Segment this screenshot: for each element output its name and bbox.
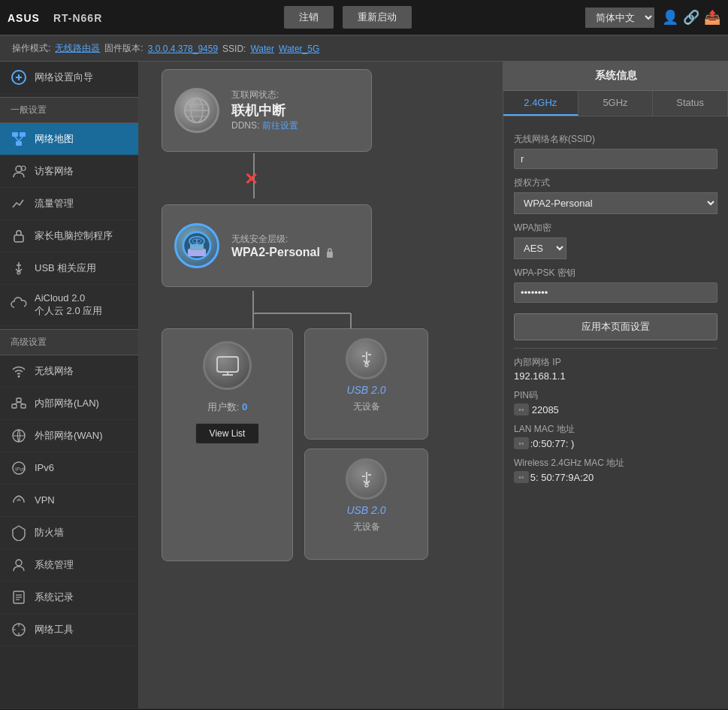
cancel-button[interactable]: 注销 (284, 6, 334, 29)
usb-panels: USB 2.0 无设备 USB 2.0 无设备 (304, 328, 428, 560)
apply-button[interactable]: 应用本页面设置 (514, 313, 717, 340)
sidebar-item-traffic[interactable]: 流量管理 (0, 188, 138, 220)
svg-rect-11 (12, 404, 17, 408)
x-mark: ✕ (244, 170, 258, 189)
ssid-input[interactable] (514, 149, 717, 169)
language-select[interactable]: 简体中文 (585, 8, 654, 28)
sidebar-item-usb[interactable]: USB 相关应用 (0, 252, 138, 285)
firmware-value[interactable]: 3.0.0.4.378_9459 (148, 44, 218, 54)
auth-select[interactable]: WPA2-Personal (514, 192, 717, 214)
sidebar: 网络设置向导 一般设置 网络地图 访客网络 流量管理 (0, 62, 139, 708)
sidebar-item-firewall[interactable]: 防火墙 (0, 517, 138, 549)
firewall-label: 防火墙 (35, 526, 64, 539)
usb2-panel: USB 2.0 无设备 (304, 449, 428, 560)
wpa-enc-row: AES (514, 237, 717, 259)
svg-point-45 (365, 484, 368, 487)
tree-svg (162, 291, 402, 328)
wifi-mac-row: Wireless 2.4GHz MAC 地址 •• 5: 50:77:9A:20 (514, 457, 717, 485)
wizard-icon (11, 69, 27, 86)
tab-24ghz[interactable]: 2.4GHz (503, 91, 578, 116)
traffic-icon (11, 195, 27, 212)
svg-rect-8 (14, 235, 23, 242)
internet-info: 互联网状态: 联机中断 DDNS: 前往设置 (231, 89, 298, 132)
logo: ASUS RT-N66R (8, 10, 102, 26)
guest-label: 访客网络 (35, 165, 74, 178)
sidebar-item-nettools[interactable]: 网络工具 (0, 614, 138, 646)
content-area: 互联网状态: 联机中断 DDNS: 前往设置 ✕ (139, 62, 503, 708)
aicloud-label: AiCloud 2.0个人云 2.0 应用 (35, 292, 102, 318)
sidebar-item-vpn[interactable]: VPN (0, 485, 138, 517)
wifi-mac-val: •• 5: 50:77:9A:20 (514, 470, 717, 485)
logo-asus: ASUS (8, 12, 40, 24)
lan-mac-key: LAN MAC 地址 (514, 423, 717, 436)
sidebar-item-parental[interactable]: 家长电脑控制程序 (0, 220, 138, 252)
usb1-label: USB 2.0 (346, 384, 385, 396)
ssid-field-label: 无线网络名称(SSID) (514, 133, 717, 146)
wpapsk-input[interactable] (514, 282, 717, 303)
tab-status[interactable]: Status (653, 91, 728, 116)
ipv6-icon: IPv6 (11, 460, 27, 476)
svg-rect-1 (12, 132, 18, 137)
lan-icon (11, 395, 27, 412)
sidebar-item-syslog[interactable]: 系统记录 (0, 582, 138, 614)
svg-line-5 (19, 137, 23, 141)
wpa-enc-label: WPA加密 (514, 222, 717, 234)
svg-rect-13 (21, 404, 26, 408)
ddns-value[interactable]: 前往设置 (262, 120, 298, 131)
sysinfo-content: 无线网络名称(SSID) 授权方式 WPA2-Personal WPA加密 AE… (503, 116, 728, 494)
ssid-5g-value[interactable]: Water_5G (279, 44, 319, 54)
wireless-icon (11, 363, 27, 379)
lan-ip-row: 内部网络 IP 192.168.1.1 (514, 356, 717, 383)
lan-ip-val: 192.168.1.1 (514, 369, 717, 383)
svg-rect-3 (16, 141, 22, 146)
firmware-label: 固件版本: (104, 42, 143, 55)
ssid-value[interactable]: Water (250, 44, 274, 54)
nettools-label: 网络工具 (35, 623, 74, 636)
lan-label: 内部网络(LAN) (35, 397, 99, 410)
tabs-row: 2.4GHz 5GHz Status (503, 91, 728, 116)
vpn-label: VPN (35, 494, 55, 506)
syslog-icon (11, 589, 27, 606)
usb1-panel: USB 2.0 无设备 (304, 328, 428, 440)
wan-label: 外部网络(WAN) (35, 429, 103, 443)
svg-point-44 (365, 364, 368, 367)
wpa-enc-select[interactable]: AES (514, 237, 566, 259)
sysadmin-label: 系统管理 (35, 558, 74, 572)
svg-rect-41 (217, 357, 238, 372)
sidebar-item-ipv6[interactable]: IPv6 IPv6 (0, 452, 138, 485)
restart-button[interactable]: 重新启动 (343, 6, 412, 29)
general-section: 一般设置 (0, 97, 138, 123)
security-value: WPA2-Personal (231, 246, 335, 259)
infobar: 操作模式: 无线路由器 固件版本: 3.0.0.4.378_9459 SSID:… (0, 36, 728, 62)
sidebar-item-wan[interactable]: 外部网络(WAN) (0, 420, 138, 452)
sidebar-item-network-map[interactable]: 网络地图 (0, 123, 138, 156)
client-panel: 用户数: 0 View List (162, 328, 293, 561)
svg-point-19 (16, 560, 22, 566)
tab-5ghz[interactable]: 5GHz (578, 91, 654, 116)
usb1-icon (346, 338, 387, 379)
internet-ddns: DDNS: 前往设置 (231, 119, 298, 132)
internet-status-label: 互联网状态: (231, 89, 298, 101)
sidebar-item-wireless[interactable]: 无线网络 (0, 355, 138, 388)
pin-row: PIN码 •• 22085 (514, 389, 717, 417)
svg-rect-36 (327, 252, 333, 258)
sidebar-item-sysadmin[interactable]: 系统管理 (0, 549, 138, 582)
pin-val: •• 22085 (514, 402, 717, 417)
view-list-button[interactable]: View List (195, 423, 260, 444)
sidebar-item-guest-network[interactable]: 访客网络 (0, 156, 138, 188)
parental-icon (11, 228, 27, 244)
network-map-icon (11, 131, 27, 147)
auth-row: WPA2-Personal (514, 192, 717, 214)
security-label: 无线安全层级: (231, 233, 335, 246)
user-icon: 👤 (662, 9, 678, 26)
mode-value[interactable]: 无线路由器 (55, 42, 100, 55)
usb2-label: USB 2.0 (346, 504, 385, 516)
sidebar-item-wizard[interactable]: 网络设置向导 (0, 62, 138, 94)
guest-icon (11, 163, 27, 180)
lan-mac-row: LAN MAC 地址 •• :0:50:77: ) (514, 423, 717, 451)
sidebar-item-aicloud[interactable]: AiCloud 2.0个人云 2.0 应用 (0, 285, 138, 326)
router-icon (174, 223, 219, 268)
sidebar-item-lan[interactable]: 内部网络(LAN) (0, 388, 138, 420)
lan-ip-key: 内部网络 IP (514, 356, 717, 369)
advanced-section: 高级设置 (0, 329, 138, 355)
